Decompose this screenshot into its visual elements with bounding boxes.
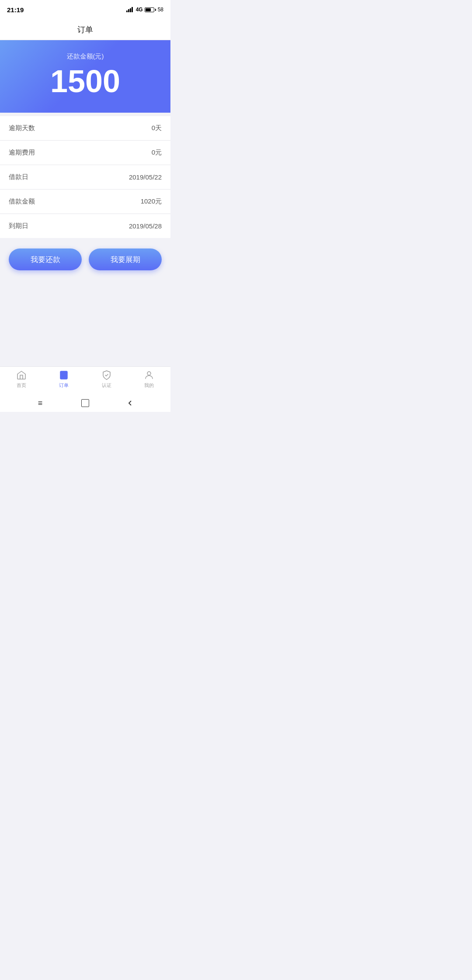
page-header: 订单	[0, 19, 170, 40]
hero-amount: 1500	[50, 64, 120, 99]
nav-label-home: 首页	[17, 382, 26, 389]
home-button[interactable]	[81, 399, 89, 407]
svg-rect-3	[132, 7, 133, 12]
nav-item-order[interactable]: 订单	[51, 369, 77, 389]
svg-point-9	[147, 372, 151, 375]
menu-button[interactable]: ≡	[36, 399, 45, 407]
info-row-overdue-fee: 逾期费用 0元	[0, 141, 170, 165]
system-nav: ≡	[0, 394, 170, 412]
repay-button[interactable]: 我要还款	[9, 248, 82, 270]
hero-banner: 还款金额(元) 1500	[0, 40, 170, 113]
due-date-label: 到期日	[9, 222, 28, 230]
info-row-loan-amount: 借款金额 1020元	[0, 190, 170, 214]
overdue-fee-label: 逾期费用	[9, 148, 35, 157]
page-title: 订单	[77, 24, 93, 35]
info-list: 逾期天数 0天 逾期费用 0元 借款日 2019/05/22 借款金额 1020…	[0, 116, 170, 238]
nav-label-auth: 认证	[102, 382, 111, 389]
hero-label: 还款金额(元)	[67, 52, 104, 61]
extend-button[interactable]: 我要展期	[89, 248, 162, 270]
overdue-days-value: 0天	[152, 124, 162, 132]
due-date-value: 2019/05/28	[129, 222, 162, 230]
home-icon	[16, 369, 27, 381]
battery-icon	[145, 7, 156, 12]
gray-spacer	[0, 279, 170, 366]
info-row-overdue-days: 逾期天数 0天	[0, 116, 170, 141]
svg-rect-2	[130, 8, 131, 12]
action-area: 我要还款 我要展期	[0, 238, 170, 279]
nav-item-home[interactable]: 首页	[8, 369, 35, 389]
svg-rect-1	[128, 9, 129, 12]
loan-date-value: 2019/05/22	[129, 173, 162, 181]
nav-label-order: 订单	[59, 382, 69, 389]
loan-amount-value: 1020元	[141, 197, 162, 206]
nav-item-mine[interactable]: 我的	[136, 369, 162, 389]
bottom-nav: 首页 订单 认证	[0, 366, 170, 394]
info-row-due-date: 到期日 2019/05/28	[0, 214, 170, 238]
back-button[interactable]	[126, 399, 135, 407]
overdue-days-label: 逾期天数	[9, 124, 35, 132]
loan-amount-label: 借款金额	[9, 197, 35, 206]
network-type: 4G	[136, 7, 143, 13]
svg-rect-0	[126, 10, 128, 12]
svg-rect-8	[62, 373, 66, 374]
signal-icon	[126, 7, 134, 12]
status-bar: 21:19 4G 58	[0, 0, 170, 19]
status-time: 21:19	[7, 6, 24, 14]
mine-icon	[143, 369, 155, 381]
auth-icon	[101, 369, 112, 381]
order-icon	[58, 369, 69, 381]
status-icons: 4G 58	[126, 7, 163, 13]
loan-date-label: 借款日	[9, 173, 28, 181]
battery-level: 58	[158, 7, 163, 13]
nav-label-mine: 我的	[144, 382, 154, 389]
nav-item-auth[interactable]: 认证	[94, 369, 120, 389]
info-row-loan-date: 借款日 2019/05/22	[0, 165, 170, 190]
overdue-fee-value: 0元	[152, 148, 162, 157]
